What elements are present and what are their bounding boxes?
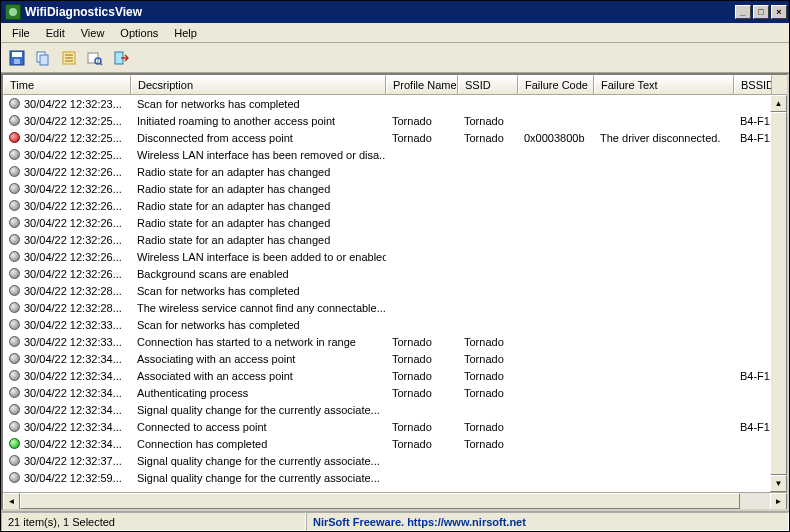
header-ssid[interactable]: SSID bbox=[458, 75, 518, 94]
header-failure-code[interactable]: Failure Code bbox=[518, 75, 594, 94]
table-row[interactable]: 30/04/22 12:32:26...Radio state for an a… bbox=[3, 231, 787, 248]
menu-help[interactable]: Help bbox=[167, 25, 204, 41]
menu-options[interactable]: Options bbox=[113, 25, 165, 41]
table-row[interactable]: 30/04/22 12:32:59...Signal quality chang… bbox=[3, 469, 787, 486]
menu-edit[interactable]: Edit bbox=[39, 25, 72, 41]
table-row[interactable]: 30/04/22 12:32:26...Wireless LAN interfa… bbox=[3, 248, 787, 265]
exit-button[interactable] bbox=[111, 48, 131, 68]
status-dot-icon bbox=[9, 234, 20, 245]
header-failure-text[interactable]: Failure Text bbox=[594, 75, 734, 94]
table-row[interactable]: 30/04/22 12:32:34...Authenticating proce… bbox=[3, 384, 787, 401]
cell-profile: Tornado bbox=[386, 369, 458, 383]
status-dot-icon bbox=[9, 353, 20, 364]
cell-failure-text bbox=[594, 222, 734, 224]
cell-failure-text bbox=[594, 290, 734, 292]
status-link[interactable]: NirSoft Freeware. https://www.nirsoft.ne… bbox=[306, 512, 789, 531]
scroll-left-button[interactable]: ◄ bbox=[3, 493, 20, 510]
table-row[interactable]: 30/04/22 12:32:23...Scan for networks ha… bbox=[3, 95, 787, 112]
header-time[interactable]: Time bbox=[3, 75, 131, 94]
cell-ssid: Tornado bbox=[458, 437, 518, 451]
copy-button[interactable] bbox=[33, 48, 53, 68]
table-row[interactable]: 30/04/22 12:32:34...Signal quality chang… bbox=[3, 401, 787, 418]
cell-ssid bbox=[458, 324, 518, 326]
table-row[interactable]: 30/04/22 12:32:26...Radio state for an a… bbox=[3, 214, 787, 231]
svg-rect-2 bbox=[14, 59, 20, 64]
cell-bssid bbox=[734, 477, 772, 479]
vscroll-thumb[interactable] bbox=[770, 112, 787, 475]
cell-time: 30/04/22 12:32:34... bbox=[24, 404, 122, 416]
header-bssid[interactable]: BSSID bbox=[734, 75, 772, 94]
scroll-right-button[interactable]: ► bbox=[770, 493, 787, 510]
cell-bssid bbox=[734, 273, 772, 275]
cell-profile: Tornado bbox=[386, 131, 458, 145]
cell-profile: Tornado bbox=[386, 352, 458, 366]
table-row[interactable]: 30/04/22 12:32:28...The wireless service… bbox=[3, 299, 787, 316]
table-row[interactable]: 30/04/22 12:32:26...Radio state for an a… bbox=[3, 197, 787, 214]
scroll-up-button[interactable]: ▲ bbox=[770, 95, 787, 112]
cell-description: Associated with an access point bbox=[131, 369, 386, 383]
cell-failure-code bbox=[518, 375, 594, 377]
find-button[interactable] bbox=[85, 48, 105, 68]
table-row[interactable]: 30/04/22 12:32:33...Scan for networks ha… bbox=[3, 316, 787, 333]
menu-file[interactable]: File bbox=[5, 25, 37, 41]
cell-bssid bbox=[734, 256, 772, 258]
cell-bssid bbox=[734, 443, 772, 445]
scroll-down-button[interactable]: ▼ bbox=[770, 475, 787, 492]
table-row[interactable]: 30/04/22 12:32:33...Connection has start… bbox=[3, 333, 787, 350]
hscroll-thumb[interactable] bbox=[20, 493, 740, 509]
table-row[interactable]: 30/04/22 12:32:34...Connection has compl… bbox=[3, 435, 787, 452]
cell-failure-code bbox=[518, 171, 594, 173]
table-row[interactable]: 30/04/22 12:32:26...Radio state for an a… bbox=[3, 163, 787, 180]
cell-time: 30/04/22 12:32:26... bbox=[24, 268, 122, 280]
cell-time: 30/04/22 12:32:59... bbox=[24, 472, 122, 484]
status-dot-icon bbox=[9, 387, 20, 398]
cell-failure-code bbox=[518, 460, 594, 462]
list-view[interactable]: Time Decsription Profile Name SSID Failu… bbox=[1, 73, 789, 511]
cell-description: Scan for networks has completed bbox=[131, 318, 386, 332]
cell-failure-text: The driver disconnected. bbox=[594, 131, 734, 145]
cell-bssid bbox=[734, 222, 772, 224]
minimize-button[interactable]: _ bbox=[735, 5, 751, 19]
horizontal-scrollbar[interactable]: ◄ ► bbox=[3, 492, 787, 509]
cell-ssid: Tornado bbox=[458, 369, 518, 383]
cell-ssid bbox=[458, 222, 518, 224]
table-row[interactable]: 30/04/22 12:32:34...Associating with an … bbox=[3, 350, 787, 367]
cell-failure-code bbox=[518, 120, 594, 122]
status-dot-icon bbox=[9, 319, 20, 330]
cell-profile bbox=[386, 171, 458, 173]
save-button[interactable] bbox=[7, 48, 27, 68]
cell-time: 30/04/22 12:32:25... bbox=[24, 149, 122, 161]
table-row[interactable]: 30/04/22 12:32:28...Scan for networks ha… bbox=[3, 282, 787, 299]
header-profile[interactable]: Profile Name bbox=[386, 75, 458, 94]
table-row[interactable]: 30/04/22 12:32:34...Connected to access … bbox=[3, 418, 787, 435]
vertical-scrollbar[interactable]: ▲ ▼ bbox=[770, 95, 787, 492]
status-dot-icon bbox=[9, 268, 20, 279]
close-button[interactable]: × bbox=[771, 5, 787, 19]
cell-description: Associating with an access point bbox=[131, 352, 386, 366]
cell-profile bbox=[386, 103, 458, 105]
exit-icon bbox=[113, 50, 129, 66]
table-row[interactable]: 30/04/22 12:32:25...Wireless LAN interfa… bbox=[3, 146, 787, 163]
properties-icon bbox=[61, 50, 77, 66]
table-row[interactable]: 30/04/22 12:32:25...Initiated roaming to… bbox=[3, 112, 787, 129]
cell-failure-code bbox=[518, 273, 594, 275]
status-dot-icon bbox=[9, 132, 20, 143]
table-row[interactable]: 30/04/22 12:32:37...Signal quality chang… bbox=[3, 452, 787, 469]
header-description[interactable]: Decsription bbox=[131, 75, 386, 94]
properties-button[interactable] bbox=[59, 48, 79, 68]
table-row[interactable]: 30/04/22 12:32:34...Associated with an a… bbox=[3, 367, 787, 384]
table-row[interactable]: 30/04/22 12:32:26...Radio state for an a… bbox=[3, 180, 787, 197]
cell-ssid: Tornado bbox=[458, 420, 518, 434]
cell-ssid bbox=[458, 239, 518, 241]
cell-failure-text bbox=[594, 103, 734, 105]
titlebar[interactable]: WifiDiagnosticsView _ □ × bbox=[1, 1, 789, 23]
cell-bssid: B4-F1 bbox=[734, 114, 772, 128]
table-row[interactable]: 30/04/22 12:32:25...Disconnected from ac… bbox=[3, 129, 787, 146]
status-dot-icon bbox=[9, 115, 20, 126]
cell-bssid bbox=[734, 358, 772, 360]
status-dot-icon bbox=[9, 370, 20, 381]
maximize-button[interactable]: □ bbox=[753, 5, 769, 19]
menu-view[interactable]: View bbox=[74, 25, 112, 41]
cell-failure-text bbox=[594, 188, 734, 190]
table-row[interactable]: 30/04/22 12:32:26...Background scans are… bbox=[3, 265, 787, 282]
